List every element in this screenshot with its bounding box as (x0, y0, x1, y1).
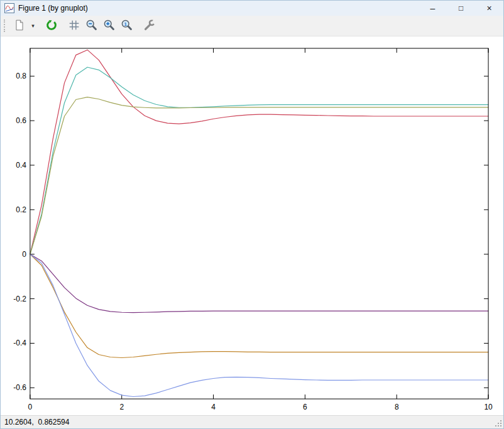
chevron-down-icon: ▾ (31, 23, 35, 29)
status-bar: 10.2604, 0.862594 (1, 415, 503, 428)
x-tick-label: 8 (395, 403, 399, 411)
x-tick-label: 0 (28, 403, 33, 411)
settings-button[interactable] (141, 18, 158, 34)
close-button[interactable]: × (475, 1, 503, 16)
x-tick-label: 2 (119, 403, 124, 411)
series-3-line (30, 97, 488, 254)
series-6-line (30, 254, 488, 397)
x-tick-label: 4 (211, 403, 216, 411)
toolbar: ▾ (1, 16, 503, 36)
y-tick-label: -0.4 (13, 339, 26, 347)
copy-dropdown-button[interactable]: ▾ (29, 18, 37, 34)
replot-button[interactable] (43, 18, 60, 34)
grid-icon (67, 18, 81, 34)
reset-zoom-button[interactable]: 1 (119, 18, 135, 34)
wrench-icon (143, 18, 156, 34)
gnuplot-app-icon (4, 3, 14, 13)
plot-canvas[interactable]: 0246810-0.6-0.4-0.200.20.40.60.8 (1, 36, 503, 415)
series-2-line (30, 67, 488, 254)
window-controls: – □ × (419, 1, 503, 16)
zoom-out-button[interactable] (84, 18, 100, 34)
y-tick-label: 0 (22, 250, 26, 259)
resize-grip[interactable] (495, 420, 503, 428)
title-bar[interactable]: Figure 1 (by gnuplot) – □ × (1, 1, 503, 16)
cursor-coordinates: 10.2604, 0.862594 (4, 418, 69, 426)
y-tick-label: -0.6 (13, 383, 26, 392)
axes-border (30, 48, 488, 399)
y-tick-label: 0.2 (16, 205, 26, 214)
page-icon (13, 18, 26, 34)
copy-to-clipboard-button[interactable] (11, 18, 28, 34)
x-tick-label: 6 (303, 403, 307, 411)
zoom-in-icon (102, 18, 116, 34)
window-title: Figure 1 (by gnuplot) (18, 4, 88, 13)
zoom-in-button[interactable] (101, 18, 118, 34)
x-tick-label: 10 (484, 403, 493, 411)
y-tick-label: -0.2 (13, 295, 26, 303)
zoom-out-icon (85, 18, 99, 34)
series-5-line (30, 254, 488, 358)
maximize-button[interactable]: □ (447, 1, 475, 16)
series-1-line (30, 50, 488, 254)
plot-area: 0246810-0.6-0.4-0.200.20.40.60.8 (1, 36, 503, 415)
toggle-grid-button[interactable] (66, 18, 82, 34)
svg-text:1: 1 (124, 21, 128, 26)
gnuplot-window: Figure 1 (by gnuplot) – □ × ▾ (0, 0, 504, 429)
series-4-line (30, 254, 488, 313)
refresh-icon (45, 18, 58, 34)
zoom-reset-icon: 1 (120, 18, 134, 34)
minimize-button[interactable]: – (419, 1, 447, 16)
y-tick-label: 0.8 (16, 72, 26, 80)
y-tick-label: 0.4 (16, 161, 26, 170)
toolbar-grip[interactable] (4, 19, 7, 32)
y-tick-label: 0.6 (16, 116, 26, 125)
